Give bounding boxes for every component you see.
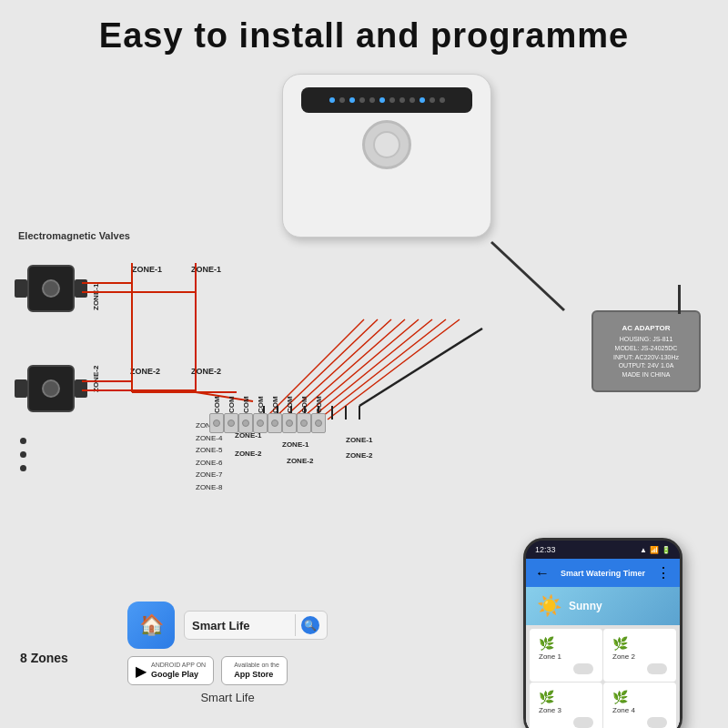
dots-indicator bbox=[20, 438, 26, 471]
phone-status-bar: 12:33 ▲ 📶 🔋 bbox=[526, 541, 680, 559]
com-terminal-4 bbox=[253, 413, 268, 433]
app-store-button[interactable]: Available on the App Store bbox=[221, 656, 288, 685]
status-dot-5 bbox=[379, 97, 385, 103]
status-dot-8 bbox=[410, 97, 415, 103]
search-divider bbox=[295, 614, 296, 636]
phone-time: 12:33 bbox=[535, 545, 556, 554]
controller-knob bbox=[362, 120, 411, 169]
svg-line-19 bbox=[309, 319, 432, 420]
valve-2-body bbox=[27, 365, 75, 412]
valve-2-center bbox=[42, 379, 60, 398]
store-buttons: ▶ ANDROID APP ON Google Play Available o… bbox=[127, 656, 328, 685]
zones-count-label: 8 Zones bbox=[20, 651, 68, 665]
phone-back-icon[interactable]: ← bbox=[535, 565, 550, 581]
phone-screen: ← Smart Watering Timer ⋮ ☀️ Sunny 🌿 Zone… bbox=[526, 559, 680, 728]
phone-app-title: Smart Watering Timer bbox=[561, 569, 645, 578]
zone-4-icon: 🌿 bbox=[612, 690, 667, 704]
status-dot-10 bbox=[430, 97, 435, 103]
ac-adaptor-line4: OUTPUT: 24V 1.0A bbox=[619, 361, 674, 370]
controller-device bbox=[282, 74, 491, 238]
com-terminal-3 bbox=[238, 413, 253, 433]
svg-text:ZONE-1: ZONE-1 bbox=[282, 440, 309, 449]
com-terminal-2 bbox=[224, 413, 238, 433]
com-screw-7 bbox=[300, 420, 308, 427]
svg-text:ZONE-2: ZONE-2 bbox=[92, 365, 100, 392]
status-dot-6 bbox=[389, 97, 395, 103]
ac-adaptor-line1: HOUSING: JS-811 bbox=[620, 335, 673, 344]
phone-zone-1-card[interactable]: 🌿 Zone 1 bbox=[530, 629, 602, 682]
phone-zone-4-card[interactable]: 🌿 Zone 4 bbox=[603, 682, 676, 728]
app-panel: 🏠 Smart Life 🔍 ▶ ANDROID APP ON Google P… bbox=[127, 602, 328, 720]
zone-1-icon: 🌿 bbox=[539, 636, 593, 651]
zone-1-label: Zone 1 bbox=[539, 652, 593, 661]
zone-8-label: ZONE-8 bbox=[196, 481, 222, 494]
app-icon-row: 🏠 Smart Life 🔍 bbox=[127, 602, 328, 649]
wifi-icon: ▲ bbox=[640, 546, 647, 554]
com-terminal-1 bbox=[209, 413, 224, 433]
com-label-5: COM bbox=[271, 388, 279, 413]
svg-line-21 bbox=[328, 319, 460, 420]
valve-2 bbox=[27, 365, 80, 415]
signal-icon: 📶 bbox=[650, 546, 659, 554]
phone-zones-grid: 🌿 Zone 1 🌿 Zone 2 🌿 Zone 3 🌿 Zone 4 bbox=[526, 625, 680, 728]
status-dot-1 bbox=[339, 97, 345, 103]
com-screw-2 bbox=[228, 420, 235, 427]
com-block-8: COM bbox=[311, 388, 326, 433]
com-screw-8 bbox=[315, 420, 322, 427]
phone-mockup: 12:33 ▲ 📶 🔋 ← Smart Watering Timer ⋮ ☀️ … bbox=[523, 538, 682, 728]
phone-menu-icon[interactable]: ⋮ bbox=[656, 564, 671, 581]
svg-text:ZONE-2: ZONE-2 bbox=[130, 367, 160, 376]
com-terminal-8 bbox=[311, 413, 326, 433]
app-name-text: Smart Life bbox=[192, 619, 289, 632]
com-terminal-5 bbox=[268, 413, 282, 433]
valve-1-port-left bbox=[15, 279, 27, 298]
zone-4-toggle[interactable] bbox=[647, 717, 667, 728]
svg-text:ZONE-1: ZONE-1 bbox=[132, 265, 162, 274]
ac-adaptor-title: AC ADAPTOR bbox=[622, 323, 671, 333]
com-terminal-7 bbox=[297, 413, 311, 433]
phone-zone-2-card[interactable]: 🌿 Zone 2 bbox=[603, 629, 676, 682]
zone-6-label: ZONE-6 bbox=[196, 457, 222, 470]
phone-zone-3-card[interactable]: 🌿 Zone 3 bbox=[530, 682, 602, 728]
svg-text:ZONE-2: ZONE-2 bbox=[235, 450, 262, 458]
ac-adaptor-line2: MODEL: JS-24025DC bbox=[615, 344, 678, 353]
weather-text: Sunny bbox=[569, 600, 602, 612]
zone-3-toggle[interactable] bbox=[573, 717, 593, 728]
zone-2-label: Zone 2 bbox=[612, 652, 667, 661]
zone-3-icon: 🌿 bbox=[539, 690, 593, 704]
com-screw-3 bbox=[242, 420, 249, 427]
svg-text:ZONE-1: ZONE-1 bbox=[92, 283, 100, 310]
page-title: Easy to install and programme bbox=[0, 0, 728, 65]
zone-4-label: Zone 4 bbox=[612, 706, 667, 714]
wifi-indicator bbox=[329, 97, 335, 103]
app-search-bar[interactable]: Smart Life 🔍 bbox=[184, 611, 328, 640]
svg-text:ZONE-1: ZONE-1 bbox=[191, 265, 221, 274]
com-label-6: COM bbox=[286, 388, 294, 413]
com-screw-4 bbox=[257, 420, 264, 427]
zone-2-icon: 🌿 bbox=[612, 636, 667, 651]
svg-line-30 bbox=[359, 329, 482, 406]
em-valves-label: Electromagnetic Valves bbox=[18, 230, 130, 241]
status-dot-3 bbox=[359, 97, 365, 103]
app-store-label: Available on the App Store bbox=[234, 662, 279, 679]
valve-1-body bbox=[27, 265, 75, 312]
valve-2-port-right bbox=[75, 379, 87, 398]
com-screw-5 bbox=[271, 420, 278, 427]
svg-text:ZONE-2: ZONE-2 bbox=[287, 457, 314, 465]
com-label-8: COM bbox=[315, 388, 323, 413]
zone-7-label: ZONE-7 bbox=[196, 469, 222, 481]
google-play-button[interactable]: ▶ ANDROID APP ON Google Play bbox=[127, 656, 214, 685]
zone-2-toggle[interactable] bbox=[647, 663, 667, 674]
com-label-1: COM bbox=[213, 388, 221, 413]
zone-1-toggle[interactable] bbox=[573, 663, 593, 674]
com-screw-6 bbox=[286, 420, 293, 427]
smart-life-caption: Smart Life bbox=[127, 691, 328, 704]
battery-icon: 🔋 bbox=[662, 546, 671, 554]
controller-knob-inner bbox=[373, 131, 400, 158]
search-icon[interactable]: 🔍 bbox=[301, 616, 319, 634]
svg-text:ZONE-1: ZONE-1 bbox=[346, 436, 373, 444]
dot-3 bbox=[20, 465, 26, 471]
com-label-3: COM bbox=[242, 388, 250, 413]
phone-app-header: ← Smart Watering Timer ⋮ bbox=[526, 559, 680, 587]
status-dot-9 bbox=[420, 97, 425, 103]
